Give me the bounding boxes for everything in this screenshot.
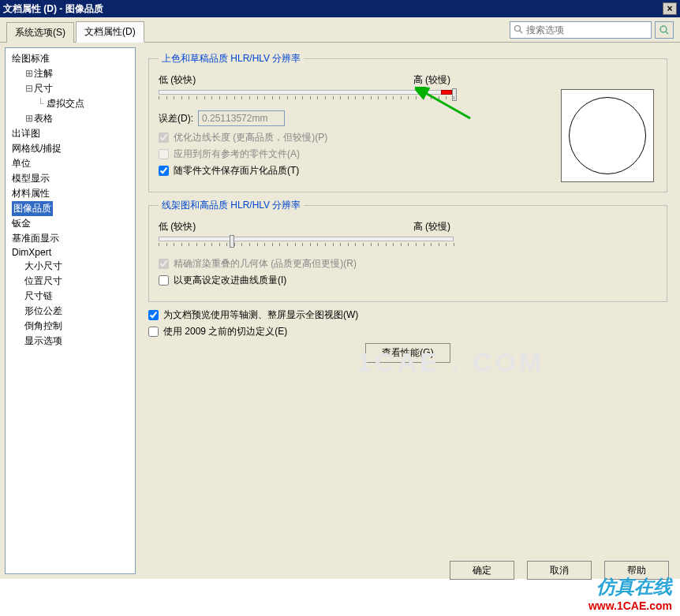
tree-chain-dim[interactable]: 尺寸链 [7,289,133,304]
tree-chamfer[interactable]: 倒角控制 [7,319,133,334]
wireframe-quality-slider[interactable] [159,235,458,251]
tab-document-properties[interactable]: 文档属性(D) [76,21,144,43]
svg-point-0 [515,25,521,31]
search-wrap [510,21,674,39]
slider1-high-label: 高 (较慢) [413,73,450,87]
tree-model-display[interactable]: 模型显示 [7,171,133,186]
svg-line-1 [520,31,522,33]
slider2-low-label: 低 (较快) [159,220,196,233]
deviation-label: 误差(D): [159,112,193,125]
tree-plane-display[interactable]: 基准面显示 [7,231,133,246]
cancel-button[interactable]: 取消 [527,561,592,580]
tabs: 系统选项(S) 文档属性(D) [6,21,144,42]
wireframe-quality-group: 线架图和高品质 HLR/HLV 分辨率 低 (较快) 高 (较慢) 精确渲染重叠… [148,199,667,302]
preview-circle [569,97,646,174]
old-tangent-label: 使用 2009 之前的切边定义(E) [163,325,287,338]
tree-virtual-sharps[interactable]: └ 虚拟交点 [7,96,133,111]
tree-material-props[interactable]: 材料属性 [7,186,133,201]
optimize-edge-label: 优化边线长度 (更高品质，但较慢)(P) [174,131,327,144]
improve-curve-label: 以更高设定改进曲线质量(I) [174,274,286,287]
search-icon [514,24,523,36]
iso-preview-label: 为文档预览使用等轴测、整屏显示全图视图(W) [163,308,358,322]
tree-sheet-metal[interactable]: 钣金 [7,216,133,231]
shaded-quality-legend: 上色和草稿品质 HLR/HLV 分辨率 [159,52,304,65]
shaded-quality-group: 上色和草稿品质 HLR/HLV 分辨率 低 (较快) 高 (较慢) 误差(D):… [148,52,667,192]
apply-refs-checkbox [159,149,169,159]
tree-grid-snap[interactable]: 网格线/捕捉 [7,141,133,156]
title-bar: 文档属性 (D) - 图像品质 × [0,0,680,17]
slider1-low-label: 低 (较快) [159,73,196,87]
category-tree[interactable]: 绘图标准 ⊞注解 ⊟尺寸 └ 虚拟交点 ⊞表格 出详图 网格线/捕捉 单位 模型… [5,47,136,574]
iso-preview-checkbox[interactable] [148,310,159,320]
close-button[interactable]: × [663,2,677,15]
tree-size-dim[interactable]: 大小尺寸 [7,259,133,274]
preview-box [561,89,654,182]
toolbar: 系统选项(S) 文档属性(D) [0,17,680,43]
wireframe-quality-legend: 线架图和高品质 HLR/HLV 分辨率 [159,199,304,212]
precise-render-label: 精确渲染重叠的几何体 (品质更高但更慢)(R) [174,257,357,271]
watermark: 仿真在线 www.1CAE.com [588,574,672,613]
ok-button[interactable]: 确定 [450,561,514,580]
window-title: 文档属性 (D) - 图像品质 [3,2,103,16]
optimize-edge-checkbox [159,133,169,143]
improve-curve-checkbox[interactable] [159,275,169,286]
tree-geo-tol[interactable]: 形位公差 [7,304,133,319]
tree-display-opt[interactable]: 显示选项 [7,334,133,349]
tree-image-quality[interactable]: 图像品质 [12,201,53,216]
tree-location-dim[interactable]: 位置尺寸 [7,274,133,289]
shaded-quality-slider[interactable] [159,88,458,104]
tree-tables[interactable]: ⊞表格 [7,111,133,126]
tab-system-options[interactable]: 系统选项(S) [6,22,74,43]
tree-units[interactable]: 单位 [7,156,133,171]
svg-line-3 [666,32,668,34]
precise-render-checkbox [159,259,169,269]
view-performance-button[interactable]: 查看性能(G) [365,343,450,363]
apply-refs-label: 应用到所有参考的零件文件(A) [174,147,300,161]
save-tess-checkbox[interactable] [159,166,169,176]
svg-point-2 [660,26,667,32]
tree-detailing[interactable]: 出详图 [7,126,133,141]
slider2-high-label: 高 (较慢) [413,220,450,233]
old-tangent-checkbox[interactable] [148,327,159,337]
tree-drafting-std[interactable]: 绘图标准 [7,51,133,66]
search-box[interactable] [510,21,652,39]
save-tess-label: 随零件文件保存面片化品质(T) [174,164,299,177]
tree-annotations[interactable]: ⊞注解 [7,66,133,81]
tree-dimxpert[interactable]: DimXpert [7,246,133,259]
search-input[interactable] [526,24,648,35]
content-panel: 1CAE . COM 上色和草稿品质 HLR/HLV 分辨率 低 (较快) 高 … [136,47,675,574]
tree-dimensions[interactable]: ⊟尺寸 [7,81,133,96]
deviation-input[interactable] [198,110,285,126]
search-button[interactable] [655,21,674,39]
watermark-url: www.1CAE.com [588,599,672,613]
watermark-brand: 仿真在线 [588,574,672,599]
